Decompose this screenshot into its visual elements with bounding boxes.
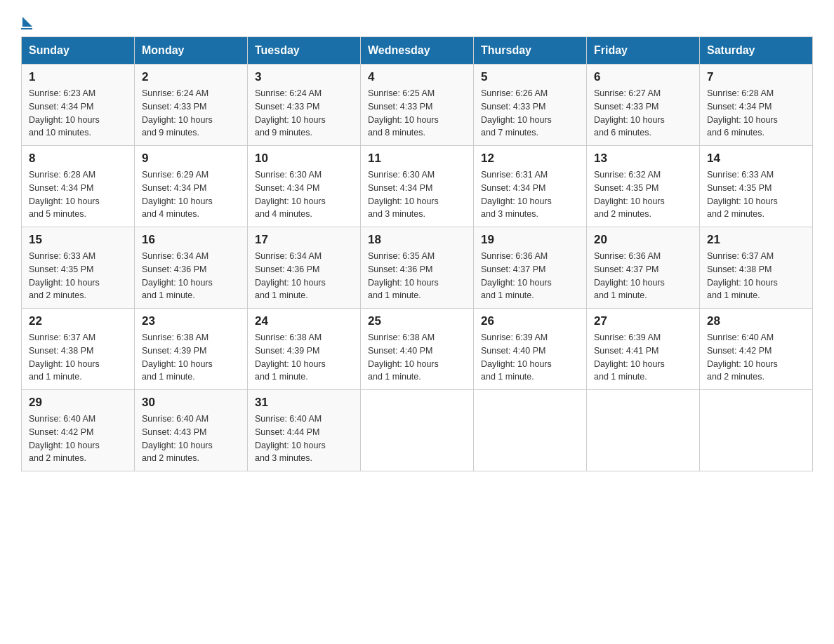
calendar-cell: 15Sunrise: 6:33 AMSunset: 4:35 PMDayligh… [22,227,135,309]
day-number: 16 [142,233,240,247]
weekday-header-row: SundayMondayTuesdayWednesdayThursdayFrid… [22,37,813,65]
day-info: Sunrise: 6:24 AMSunset: 4:33 PMDaylight:… [142,87,240,140]
calendar-cell: 20Sunrise: 6:36 AMSunset: 4:37 PMDayligh… [587,227,700,309]
calendar-cell: 11Sunrise: 6:30 AMSunset: 4:34 PMDayligh… [361,146,474,227]
calendar-cell: 8Sunrise: 6:28 AMSunset: 4:34 PMDaylight… [22,146,135,227]
logo-arrow-icon [22,17,32,27]
calendar-cell: 14Sunrise: 6:33 AMSunset: 4:35 PMDayligh… [700,146,813,227]
day-info: Sunrise: 6:40 AMSunset: 4:42 PMDaylight:… [707,331,805,384]
day-number: 17 [255,233,353,247]
day-number: 10 [255,152,353,166]
day-info: Sunrise: 6:35 AMSunset: 4:36 PMDaylight:… [368,250,466,302]
day-number: 31 [255,396,353,410]
calendar-cell: 3Sunrise: 6:24 AMSunset: 4:33 PMDaylight… [248,65,361,146]
day-info: Sunrise: 6:38 AMSunset: 4:40 PMDaylight:… [368,331,466,384]
day-info: Sunrise: 6:28 AMSunset: 4:34 PMDaylight:… [29,168,127,221]
day-number: 3 [255,70,353,84]
calendar-cell: 21Sunrise: 6:37 AMSunset: 4:38 PMDayligh… [700,227,813,309]
weekday-header-monday: Monday [135,37,248,65]
calendar-cell: 22Sunrise: 6:37 AMSunset: 4:38 PMDayligh… [22,309,135,390]
day-number: 26 [481,314,579,328]
day-number: 28 [707,314,805,328]
weekday-header-sunday: Sunday [22,37,135,65]
calendar-cell: 17Sunrise: 6:34 AMSunset: 4:36 PMDayligh… [248,227,361,309]
calendar-cell: 2Sunrise: 6:24 AMSunset: 4:33 PMDaylight… [135,65,248,146]
calendar-week-row: 1Sunrise: 6:23 AMSunset: 4:34 PMDaylight… [22,65,813,146]
calendar-cell: 23Sunrise: 6:38 AMSunset: 4:39 PMDayligh… [135,309,248,390]
calendar-cell: 25Sunrise: 6:38 AMSunset: 4:40 PMDayligh… [361,309,474,390]
calendar-cell: 6Sunrise: 6:27 AMSunset: 4:33 PMDaylight… [587,65,700,146]
day-info: Sunrise: 6:27 AMSunset: 4:33 PMDaylight:… [594,87,692,140]
day-number: 9 [142,152,240,166]
calendar-cell [587,390,700,471]
day-info: Sunrise: 6:32 AMSunset: 4:35 PMDaylight:… [594,168,692,221]
day-number: 6 [594,70,692,84]
day-info: Sunrise: 6:29 AMSunset: 4:34 PMDaylight:… [142,168,240,221]
calendar-cell [700,390,813,471]
day-info: Sunrise: 6:34 AMSunset: 4:36 PMDaylight:… [142,250,240,302]
weekday-header-saturday: Saturday [700,37,813,65]
logo-underline [21,28,32,29]
day-info: Sunrise: 6:38 AMSunset: 4:39 PMDaylight:… [142,331,240,384]
day-number: 30 [142,396,240,410]
calendar-cell: 10Sunrise: 6:30 AMSunset: 4:34 PMDayligh… [248,146,361,227]
day-info: Sunrise: 6:30 AMSunset: 4:34 PMDaylight:… [368,168,466,221]
logo [21,14,32,29]
calendar-cell: 9Sunrise: 6:29 AMSunset: 4:34 PMDaylight… [135,146,248,227]
day-info: Sunrise: 6:26 AMSunset: 4:33 PMDaylight:… [481,87,579,140]
day-info: Sunrise: 6:39 AMSunset: 4:40 PMDaylight:… [481,331,579,384]
day-info: Sunrise: 6:28 AMSunset: 4:34 PMDaylight:… [707,87,805,140]
day-number: 14 [707,152,805,166]
calendar-cell [474,390,587,471]
calendar-week-row: 22Sunrise: 6:37 AMSunset: 4:38 PMDayligh… [22,309,813,390]
day-info: Sunrise: 6:39 AMSunset: 4:41 PMDaylight:… [594,331,692,384]
day-info: Sunrise: 6:36 AMSunset: 4:37 PMDaylight:… [594,250,692,302]
day-info: Sunrise: 6:36 AMSunset: 4:37 PMDaylight:… [481,250,579,302]
day-number: 22 [29,314,127,328]
calendar-cell [361,390,474,471]
day-info: Sunrise: 6:23 AMSunset: 4:34 PMDaylight:… [29,87,127,140]
day-info: Sunrise: 6:40 AMSunset: 4:42 PMDaylight:… [29,412,127,465]
day-number: 12 [481,152,579,166]
calendar-cell: 26Sunrise: 6:39 AMSunset: 4:40 PMDayligh… [474,309,587,390]
calendar-cell: 4Sunrise: 6:25 AMSunset: 4:33 PMDaylight… [361,65,474,146]
day-number: 4 [368,70,466,84]
calendar-cell: 18Sunrise: 6:35 AMSunset: 4:36 PMDayligh… [361,227,474,309]
day-number: 29 [29,396,127,410]
calendar-cell: 19Sunrise: 6:36 AMSunset: 4:37 PMDayligh… [474,227,587,309]
calendar-cell: 27Sunrise: 6:39 AMSunset: 4:41 PMDayligh… [587,309,700,390]
day-info: Sunrise: 6:38 AMSunset: 4:39 PMDaylight:… [255,331,353,384]
day-number: 7 [707,70,805,84]
calendar-cell: 7Sunrise: 6:28 AMSunset: 4:34 PMDaylight… [700,65,813,146]
weekday-header-tuesday: Tuesday [248,37,361,65]
calendar-cell: 24Sunrise: 6:38 AMSunset: 4:39 PMDayligh… [248,309,361,390]
day-number: 27 [594,314,692,328]
weekday-header-friday: Friday [587,37,700,65]
day-info: Sunrise: 6:30 AMSunset: 4:34 PMDaylight:… [255,168,353,221]
day-info: Sunrise: 6:33 AMSunset: 4:35 PMDaylight:… [29,250,127,302]
calendar-cell: 1Sunrise: 6:23 AMSunset: 4:34 PMDaylight… [22,65,135,146]
calendar-table: SundayMondayTuesdayWednesdayThursdayFrid… [21,36,813,471]
calendar-cell: 13Sunrise: 6:32 AMSunset: 4:35 PMDayligh… [587,146,700,227]
day-info: Sunrise: 6:37 AMSunset: 4:38 PMDaylight:… [707,250,805,302]
calendar-cell: 29Sunrise: 6:40 AMSunset: 4:42 PMDayligh… [22,390,135,471]
day-number: 19 [481,233,579,247]
day-info: Sunrise: 6:40 AMSunset: 4:43 PMDaylight:… [142,412,240,465]
day-number: 1 [29,70,127,84]
calendar-cell: 12Sunrise: 6:31 AMSunset: 4:34 PMDayligh… [474,146,587,227]
calendar-cell: 28Sunrise: 6:40 AMSunset: 4:42 PMDayligh… [700,309,813,390]
day-info: Sunrise: 6:34 AMSunset: 4:36 PMDaylight:… [255,250,353,302]
day-info: Sunrise: 6:37 AMSunset: 4:38 PMDaylight:… [29,331,127,384]
day-info: Sunrise: 6:24 AMSunset: 4:33 PMDaylight:… [255,87,353,140]
day-number: 18 [368,233,466,247]
calendar-cell: 30Sunrise: 6:40 AMSunset: 4:43 PMDayligh… [135,390,248,471]
calendar-cell: 5Sunrise: 6:26 AMSunset: 4:33 PMDaylight… [474,65,587,146]
day-number: 21 [707,233,805,247]
day-number: 13 [594,152,692,166]
calendar-cell: 16Sunrise: 6:34 AMSunset: 4:36 PMDayligh… [135,227,248,309]
calendar-week-row: 29Sunrise: 6:40 AMSunset: 4:42 PMDayligh… [22,390,813,471]
calendar-week-row: 8Sunrise: 6:28 AMSunset: 4:34 PMDaylight… [22,146,813,227]
day-number: 8 [29,152,127,166]
page-header [21,14,813,29]
day-number: 24 [255,314,353,328]
